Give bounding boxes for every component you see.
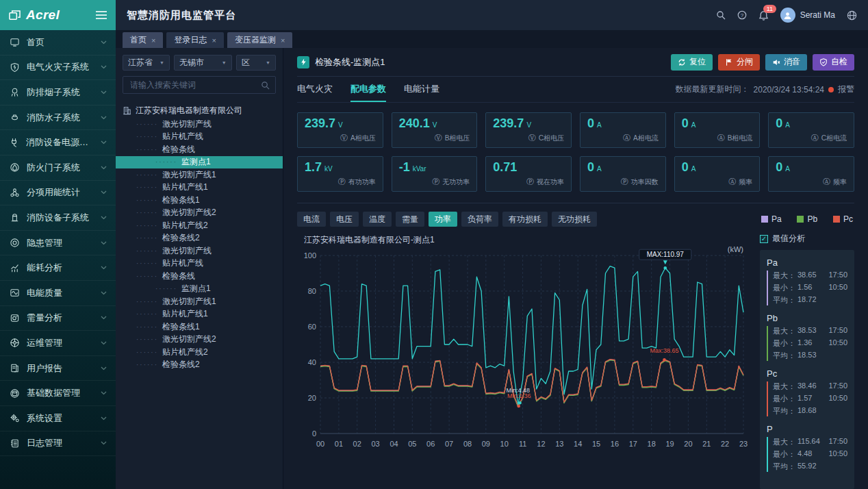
tree-node[interactable]: ······ 激光切割产线2 xyxy=(116,334,283,347)
metric-chip[interactable]: 需量 xyxy=(396,212,424,227)
search-input[interactable] xyxy=(129,79,257,90)
help-icon[interactable]: ? xyxy=(737,10,747,20)
metric-chip[interactable]: 无功损耗 xyxy=(552,212,597,227)
sidebar-item[interactable]: 分项用能统计 xyxy=(0,181,116,206)
sidebar-item[interactable]: 消防设备子系统 xyxy=(0,205,116,231)
measurement-card: 239.7 V Ⓥ A相电压 xyxy=(297,112,383,148)
sidebar-item[interactable]: 防排烟子系统 xyxy=(0,80,116,105)
tree-node[interactable]: ······ 贴片机产线1 xyxy=(116,308,283,321)
tree-node[interactable]: ······ 激光切割产线1 xyxy=(116,295,283,308)
shield-check-icon xyxy=(819,58,828,66)
stats-row: 最小： 1.36 10:50 xyxy=(773,338,847,349)
tree-node[interactable]: ······ 贴片机产线2 xyxy=(116,219,283,232)
circled-letter-icon: Ⓐ xyxy=(728,177,736,187)
tree-node[interactable]: ······ 贴片机产线1 xyxy=(116,181,283,195)
user-menu[interactable]: Serati Ma xyxy=(780,8,835,23)
tree-connector: ······ xyxy=(136,133,158,140)
extremes-stats-panel: Pa 最大： 38.65 17:50 最小： 1.56 10:50 平均： 18… xyxy=(760,250,854,489)
card-value: 1.7 xyxy=(305,161,322,173)
card-label-row: Ⓥ C相电压 xyxy=(528,133,564,143)
svg-text:05: 05 xyxy=(408,440,416,448)
brand-logo[interactable]: Acrel xyxy=(0,0,116,30)
sidebar-item[interactable]: 消防设备电源子系统 xyxy=(0,130,116,155)
tree-node[interactable]: ······ 检验条线 xyxy=(116,143,283,156)
sidebar-item-label: 消防设备电源子系统 xyxy=(26,136,94,149)
search-icon[interactable] xyxy=(261,81,270,90)
metric-chip[interactable]: 电压 xyxy=(330,212,359,227)
reset-button[interactable]: 复位 xyxy=(671,54,713,71)
notification-bell-icon[interactable]: 11 xyxy=(758,10,769,21)
metric-chip[interactable]: 功率 xyxy=(429,212,457,227)
tree-node[interactable]: ······ 激光切割产线2 xyxy=(116,207,283,220)
sidebar-item[interactable]: 防火门子系统 xyxy=(0,155,116,181)
close-icon[interactable]: × xyxy=(151,36,155,45)
sidebar-item[interactable]: 基础数据管理 xyxy=(0,381,116,406)
tree-node[interactable]: ······ 检验条线 xyxy=(116,270,283,283)
stats-row: 最大： 38.65 17:50 xyxy=(773,271,847,281)
open-tab[interactable]: 首页 × xyxy=(123,32,163,48)
tree-node-label: 检验条线1 xyxy=(162,321,200,333)
region-select[interactable]: 无锡市 ▼ xyxy=(174,55,232,71)
legend-label: Pb xyxy=(807,214,817,224)
stats-row: 最小： 1.57 10:50 xyxy=(773,394,847,404)
sidebar-item-label: 运维管理 xyxy=(27,337,62,349)
top-header: 智慧消防用电监管平台 ? 11 Serati Ma xyxy=(116,0,868,30)
measurement-card: 0 A Ⓐ 频率 xyxy=(768,156,854,192)
open-tab-label: 登录日志 xyxy=(174,34,207,46)
metric-chip[interactable]: 负荷率 xyxy=(461,212,498,227)
circled-letter-icon: Ⓟ xyxy=(432,177,439,187)
tree-node[interactable]: ······ 监测点1 xyxy=(116,156,283,169)
close-icon[interactable]: × xyxy=(212,36,216,45)
sidebar-item[interactable]: 电能质量 xyxy=(0,281,116,306)
sidebar-item[interactable]: 需量分析 xyxy=(0,306,116,331)
power-line-chart[interactable]: 0001020304050607080910111213141516171819… xyxy=(297,246,750,451)
svg-text:10: 10 xyxy=(500,440,509,448)
sidebar-item[interactable]: 用户报告 xyxy=(0,356,116,381)
region-select[interactable]: 江苏省 ▼ xyxy=(123,55,170,71)
metric-chip[interactable]: 温度 xyxy=(363,212,392,227)
sidebar-item[interactable]: 能耗分析 xyxy=(0,255,116,281)
tree-node[interactable]: ······ 检验条线1 xyxy=(116,194,283,207)
tree-node[interactable]: ······ 激光切割产线 xyxy=(116,118,283,131)
sidebar-item[interactable]: 隐患管理 xyxy=(0,231,116,256)
metric-chip[interactable]: 有功损耗 xyxy=(502,212,548,227)
open-tab[interactable]: 变压器监测 × xyxy=(227,32,292,48)
svg-text:21: 21 xyxy=(702,440,711,448)
close-icon[interactable]: × xyxy=(281,36,285,45)
metric-chip[interactable]: 电流 xyxy=(297,212,326,227)
flag-button[interactable]: 分闸 xyxy=(718,54,760,71)
sidebar-item[interactable]: 日志管理 xyxy=(0,431,116,457)
legend-item[interactable]: Pc xyxy=(833,214,853,224)
tree-node[interactable]: ······ 贴片机产线 xyxy=(116,258,283,271)
extremes-checkbox[interactable]: ✓ 最值分析 xyxy=(760,233,854,244)
tree-node[interactable]: ······ 检验条线2 xyxy=(116,232,283,245)
open-tab[interactable]: 登录日志 × xyxy=(166,32,223,48)
monitor-tab[interactable]: 电能计量 xyxy=(404,77,439,102)
sidebar-item[interactable]: 运维管理 xyxy=(0,331,116,356)
sidebar-item[interactable]: 电气火灾子系统 xyxy=(0,55,116,81)
search-icon[interactable] xyxy=(716,10,726,20)
card-value-row: 0 A xyxy=(587,161,659,173)
hamburger-menu-icon[interactable] xyxy=(95,10,107,20)
tree-node[interactable]: ······ 贴片机产线 xyxy=(116,131,283,144)
tree-node[interactable]: ······ 检验条线2 xyxy=(116,359,283,372)
language-globe-icon[interactable] xyxy=(847,10,857,21)
tree-node[interactable]: ······ 激光切割产线 xyxy=(116,244,283,258)
monitor-tab[interactable]: 电气火灾 xyxy=(297,77,333,102)
sidebar-item-label: 隐患管理 xyxy=(27,237,62,249)
tree-node[interactable]: ······ 监测点1 xyxy=(116,283,283,296)
svg-text:20: 20 xyxy=(308,394,316,402)
sidebar-item[interactable]: 首页 xyxy=(0,30,116,55)
mute-button[interactable]: 消音 xyxy=(765,54,807,71)
sidebar-item[interactable]: 消防水子系统 xyxy=(0,105,116,131)
shield-check-button[interactable]: 自检 xyxy=(813,54,854,71)
region-select[interactable]: 区 ▼ xyxy=(236,55,276,71)
tree-node[interactable]: ······ 检验条线1 xyxy=(116,321,283,334)
tree-root-node[interactable]: 江苏安科瑞电器制造有限公司 xyxy=(116,103,283,118)
sidebar-item[interactable]: 系统设置 xyxy=(0,406,116,431)
legend-item[interactable]: Pb xyxy=(797,214,817,224)
legend-item[interactable]: Pa xyxy=(761,214,782,224)
tree-node[interactable]: ······ 贴片机产线2 xyxy=(116,346,283,359)
monitor-tab[interactable]: 配电参数 xyxy=(350,77,386,102)
tree-node[interactable]: ······ 激光切割产线1 xyxy=(116,168,283,181)
